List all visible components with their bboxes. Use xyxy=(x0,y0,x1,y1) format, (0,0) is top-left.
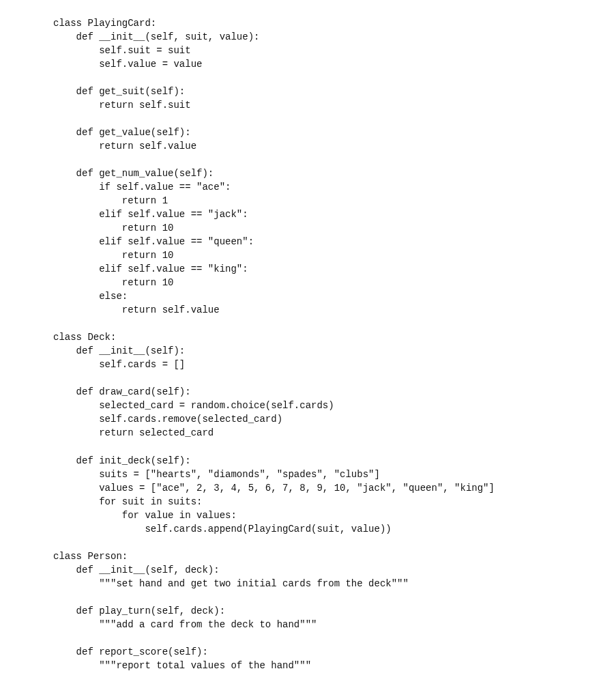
code-block: class PlayingCard: def __init__(self, su… xyxy=(0,0,616,699)
